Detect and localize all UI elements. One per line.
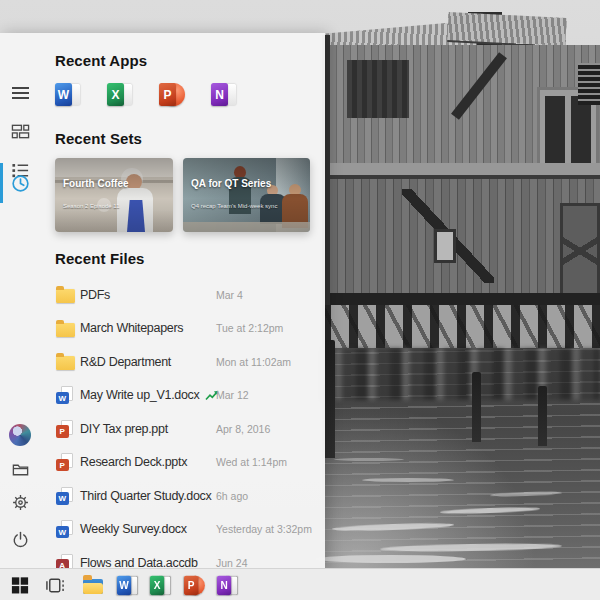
powerpoint-icon: P — [159, 82, 184, 107]
file-name: March Whitepapers — [80, 321, 183, 335]
file-date: Apr 8, 2016 — [216, 423, 270, 435]
taskbar: W X P N — [0, 568, 600, 600]
card-overlay — [183, 158, 310, 232]
file-name: DIY Tax prep.ppt — [80, 422, 168, 436]
section-heading-recent-sets: Recent Sets — [55, 130, 142, 147]
clock-icon — [10, 173, 31, 194]
file-name: PDFs — [80, 288, 110, 302]
file-row-may-writeup[interactable]: W May Write up_V1.docx Mar 12 — [56, 379, 321, 413]
file-date: Mon at 11:02am — [216, 356, 291, 368]
file-row-weekly-survey[interactable]: W Weekly Survey.docx Yesterday at 3:32pm — [56, 513, 321, 547]
file-date: 6h ago — [216, 490, 248, 502]
word-icon: W — [55, 82, 80, 107]
water-pole — [324, 340, 335, 458]
building-beam — [330, 163, 600, 179]
file-name: Weekly Survey.docx — [80, 522, 187, 536]
set-card-title: Fourth Coffee — [63, 178, 129, 189]
set-card-title: QA for QT Series — [191, 178, 271, 189]
file-name: May Write up_V1.docx — [80, 388, 200, 402]
hamburger-icon — [11, 86, 30, 100]
file-date: Jun 24 — [216, 557, 248, 568]
file-row-flows-and-data[interactable]: A Flows and Data.accdb Jun 24 — [56, 546, 321, 568]
file-row-third-quarter-study[interactable]: W Third Quarter Study.docx 6h ago — [56, 479, 321, 513]
recent-sets-row: Fourth Coffee Season 2 Episode 11 QA for… — [55, 158, 310, 232]
file-date: Tue at 2:12pm — [216, 322, 283, 334]
gear-icon — [11, 493, 30, 512]
file-name: Third Quarter Study.docx — [80, 489, 212, 503]
water-streak — [332, 522, 454, 532]
water-streak — [334, 458, 404, 461]
excel-icon: X — [150, 575, 170, 596]
app-powerpoint[interactable]: P — [159, 82, 184, 107]
documents-folder-icon — [11, 460, 30, 479]
app-onenote[interactable]: N — [211, 82, 236, 107]
task-view-icon — [45, 576, 65, 595]
powerpoint-file-icon: P — [56, 453, 73, 471]
sidebar-item-recent-apps[interactable] — [0, 113, 40, 149]
access-file-icon: A — [56, 554, 73, 568]
avatar — [9, 424, 31, 446]
building-loft-opening — [347, 60, 409, 118]
file-row-diy-tax-prep[interactable]: P DIY Tax prep.ppt Apr 8, 2016 — [56, 412, 321, 446]
water-streak — [440, 506, 540, 514]
water-streak — [380, 542, 562, 552]
start-menu-content: Recent Apps W X P — [40, 33, 325, 568]
water-pole — [472, 372, 481, 442]
water-streak — [490, 491, 562, 498]
power-button[interactable] — [0, 521, 40, 557]
power-icon — [11, 530, 30, 549]
sidebar-item-timeline[interactable] — [0, 165, 40, 201]
settings-button[interactable] — [0, 484, 40, 520]
app-word[interactable]: W — [55, 82, 80, 107]
water-streak — [362, 478, 454, 482]
task-view-button[interactable] — [43, 573, 67, 597]
tiles-icon — [11, 122, 30, 141]
folder-icon — [56, 323, 75, 337]
file-name: Research Deck.pptx — [80, 455, 187, 469]
set-card-qa-series[interactable]: QA for QT Series Q4 recap Team's Mid-wee… — [183, 158, 310, 232]
powerpoint-icon: P — [184, 575, 204, 596]
taskbar-powerpoint-button[interactable]: P — [182, 573, 206, 597]
file-date: Mar 4 — [216, 289, 243, 301]
excel-icon: X — [107, 82, 132, 107]
app-excel[interactable]: X — [107, 82, 132, 107]
window-pane — [545, 96, 565, 166]
desktop: Recent Apps W X P — [0, 0, 600, 600]
onenote-icon: N — [217, 575, 237, 596]
folder-icon — [56, 356, 75, 370]
start-button[interactable] — [8, 573, 32, 597]
recent-apps-row: W X P N — [55, 82, 236, 107]
file-date: Wed at 1:14pm — [216, 456, 287, 468]
account-button[interactable] — [0, 417, 40, 453]
onenote-icon: N — [211, 82, 236, 107]
taskbar-word-button[interactable]: W — [115, 573, 139, 597]
file-row-pdfs[interactable]: PDFs Mar 4 — [56, 278, 321, 312]
set-card-fourth-coffee[interactable]: Fourth Coffee Season 2 Episode 11 — [55, 158, 173, 232]
file-date: Mar 12 — [216, 389, 249, 401]
windows-logo-icon — [11, 576, 29, 594]
file-row-rd-department[interactable]: R&D Department Mon at 11:02am — [56, 345, 321, 379]
set-card-subtitle: Q4 recap Team's Mid-week sync — [191, 203, 277, 209]
set-card-subtitle: Season 2 Episode 11 — [63, 203, 120, 209]
water-reflections — [322, 348, 600, 400]
building-stilts — [322, 305, 600, 350]
taskbar-onenote-button[interactable]: N — [215, 573, 239, 597]
hamburger-menu-button[interactable] — [0, 75, 40, 111]
word-icon: W — [117, 575, 137, 596]
word-file-icon: W — [56, 487, 73, 505]
file-date: Yesterday at 3:32pm — [216, 523, 312, 535]
wallpaper-pier-building — [322, 5, 600, 350]
word-file-icon: W — [56, 520, 73, 538]
building-lattice-window — [578, 63, 600, 105]
documents-button[interactable] — [0, 451, 40, 487]
file-row-research-deck[interactable]: P Research Deck.pptx Wed at 1:14pm — [56, 446, 321, 480]
file-explorer-button[interactable] — [81, 573, 105, 597]
file-row-march-whitepapers[interactable]: March Whitepapers Tue at 2:12pm — [56, 312, 321, 346]
taskbar-excel-button[interactable]: X — [148, 573, 172, 597]
water-pole — [538, 386, 547, 446]
file-explorer-icon — [83, 579, 103, 594]
folder-icon — [56, 289, 75, 303]
building-barn-door — [560, 203, 600, 299]
section-heading-recent-apps: Recent Apps — [55, 52, 147, 69]
section-heading-recent-files: Recent Files — [55, 250, 145, 267]
